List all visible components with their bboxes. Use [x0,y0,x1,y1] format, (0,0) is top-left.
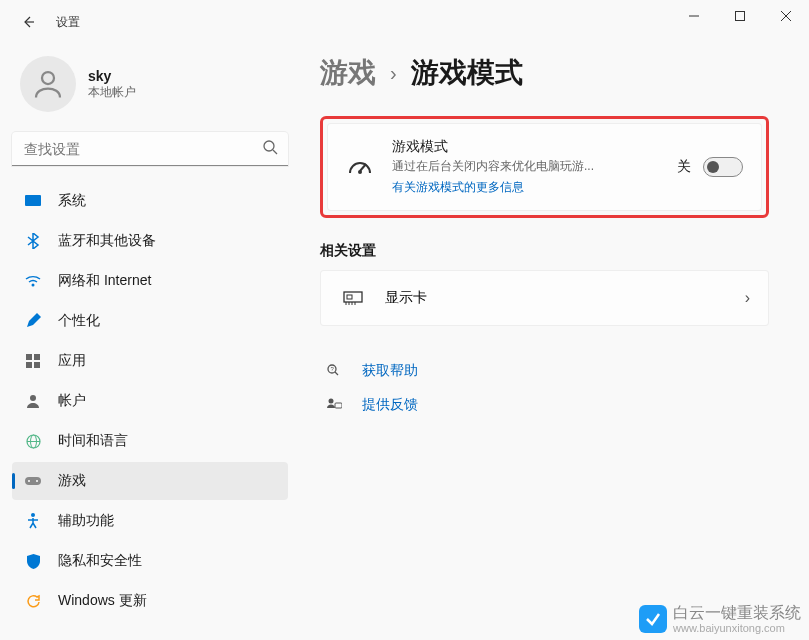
feedback-label: 提供反馈 [362,396,418,414]
wifi-icon [24,272,42,290]
nav-label: 隐私和安全性 [58,552,142,570]
svg-line-7 [273,150,277,154]
apps-icon [24,352,42,370]
user-type: 本地帐户 [88,84,136,101]
toggle-knob [707,161,719,173]
svg-rect-25 [347,295,352,299]
nav-privacy[interactable]: 隐私和安全性 [12,542,288,580]
nav-update[interactable]: Windows 更新 [12,582,288,620]
breadcrumb-parent[interactable]: 游戏 [320,54,376,92]
svg-rect-10 [26,354,32,360]
watermark-url: www.baiyunxitong.com [673,622,801,634]
svg-point-9 [32,284,35,287]
svg-rect-8 [25,195,41,206]
gamemode-desc: 通过在后台关闭内容来优化电脑玩游... [392,158,659,175]
toggle-state: 关 [677,158,691,176]
sidebar: sky 本地帐户 系统 蓝牙和其他设备 网络和 Internet 个性化 应用 … [0,44,300,640]
brush-icon [24,312,42,330]
shield-icon [24,552,42,570]
svg-point-21 [31,513,35,517]
search-input[interactable] [12,132,288,166]
chevron-right-icon: › [745,289,750,307]
svg-rect-33 [335,403,342,408]
display-card[interactable]: 显示卡 › [320,270,769,326]
page-title: 游戏模式 [411,54,523,92]
watermark: 白云一键重装系统 www.baiyunxitong.com [639,604,801,634]
nav-label: 个性化 [58,312,100,330]
get-help-link[interactable]: ? 获取帮助 [320,354,769,388]
nav-label: 系统 [58,192,86,210]
bluetooth-icon [24,232,42,250]
nav-label: 网络和 Internet [58,272,151,290]
nav-time[interactable]: 时间和语言 [12,422,288,460]
related-heading: 相关设置 [320,242,769,260]
app-title: 设置 [56,14,80,31]
display-label: 显示卡 [385,289,727,307]
system-icon [24,192,42,210]
person-icon [30,66,66,102]
arrow-left-icon [20,14,36,30]
nav-system[interactable]: 系统 [12,182,288,220]
highlight-annotation: 游戏模式 通过在后台关闭内容来优化电脑玩游... 有关游戏模式的更多信息 关 [320,116,769,218]
window-controls [671,0,809,32]
gamemode-toggle[interactable] [703,157,743,177]
user-section[interactable]: sky 本地帐户 [12,44,288,132]
svg-point-32 [329,399,334,404]
svg-point-23 [358,170,362,174]
nav-label: 帐户 [58,392,86,410]
nav-network[interactable]: 网络和 Internet [12,262,288,300]
nav-label: 时间和语言 [58,432,128,450]
close-button[interactable] [763,0,809,32]
watermark-logo [639,605,667,633]
gamepad-icon [24,472,42,490]
svg-rect-2 [736,12,745,21]
avatar [20,56,76,112]
svg-point-14 [30,395,36,401]
gamemode-card: 游戏模式 通过在后台关闭内容来优化电脑玩游... 有关游戏模式的更多信息 关 [327,123,762,211]
svg-rect-12 [26,362,32,368]
watermark-text: 白云一键重装系统 [673,604,801,622]
svg-point-5 [42,72,54,84]
svg-line-22 [360,164,366,171]
help-label: 获取帮助 [362,362,418,380]
content: 游戏 › 游戏模式 游戏模式 通过在后台关闭内容来优化电脑玩游... 有关游戏模… [300,44,809,640]
nav-label: 游戏 [58,472,86,490]
nav-bluetooth[interactable]: 蓝牙和其他设备 [12,222,288,260]
svg-point-19 [28,480,30,482]
breadcrumb: 游戏 › 游戏模式 [320,54,769,92]
nav-label: 蓝牙和其他设备 [58,232,156,250]
nav-label: 辅助功能 [58,512,114,530]
nav-label: Windows 更新 [58,592,147,610]
svg-rect-11 [34,354,40,360]
nav-list: 系统 蓝牙和其他设备 网络和 Internet 个性化 应用 帐户 时间和语言 … [12,182,288,620]
feedback-icon [324,398,344,412]
gamemode-title: 游戏模式 [392,138,659,156]
svg-rect-13 [34,362,40,368]
svg-point-20 [36,480,38,482]
nav-gaming[interactable]: 游戏 [12,462,288,500]
user-name: sky [88,68,136,84]
nav-personalize[interactable]: 个性化 [12,302,288,340]
back-button[interactable] [8,2,48,42]
chevron-right-icon: › [390,62,397,85]
maximize-button[interactable] [717,0,763,32]
update-icon [24,592,42,610]
gpu-icon [339,290,367,306]
gamemode-link[interactable]: 有关游戏模式的更多信息 [392,180,524,194]
svg-text:?: ? [331,366,335,372]
titlebar: 设置 [0,0,809,44]
globe-icon [24,432,42,450]
nav-apps[interactable]: 应用 [12,342,288,380]
nav-accessibility[interactable]: 辅助功能 [12,502,288,540]
search-icon [262,139,278,159]
help-icon: ? [324,363,344,379]
svg-point-6 [264,141,274,151]
accessibility-icon [24,512,42,530]
svg-rect-18 [25,477,41,485]
account-icon [24,392,42,410]
feedback-link[interactable]: 提供反馈 [320,388,769,422]
speedometer-icon [346,157,374,177]
nav-accounts[interactable]: 帐户 [12,382,288,420]
search-box [12,132,288,166]
minimize-button[interactable] [671,0,717,32]
